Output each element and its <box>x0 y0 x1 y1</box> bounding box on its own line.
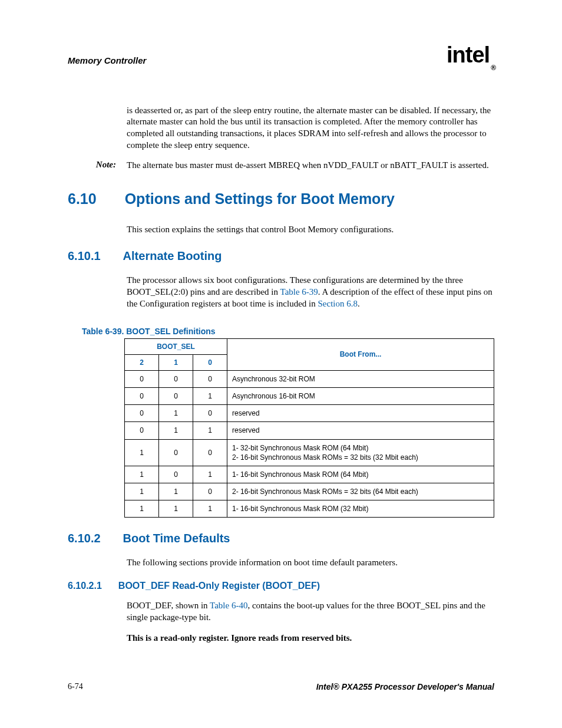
th-col-2: 2 <box>125 354 159 370</box>
page-number: 6-74 <box>68 682 83 691</box>
cell: 1 <box>159 422 193 439</box>
heading-text: Boot Time Defaults <box>123 532 230 545</box>
table-row: 0 1 1 reserved <box>125 422 494 439</box>
heading-6-10-1: 6.10.1 Alternate Booting <box>68 249 494 263</box>
table-row: 1 0 1 1- 16-bit Synchronous Mask ROM (64… <box>125 466 494 483</box>
cell: 1 <box>125 500 159 518</box>
alternate-booting-paragraph: The processor allows six boot configurat… <box>127 275 494 309</box>
cell: Asynchronous 32-bit ROM <box>227 370 494 387</box>
cell: 1- 16-bit Synchronous Mask ROM (32 Mbit) <box>227 500 494 518</box>
table-row: 0 0 0 Asynchronous 32-bit ROM <box>125 370 494 387</box>
cell: 1 <box>159 405 193 422</box>
cell: 1 <box>159 500 193 518</box>
boot-def-paragraph: BOOT_DEF, shown in Table 6-40, contains … <box>127 600 494 624</box>
page-footer: 6-74 Intel® PXA255 Processor Developer's… <box>68 682 494 691</box>
heading-text: Options and Settings for Boot Memory <box>125 190 395 207</box>
link-table-6-39[interactable]: Table 6-39 <box>280 287 318 297</box>
table-row: 1 1 1 1- 16-bit Synchronous Mask ROM (32… <box>125 500 494 518</box>
heading-6-10: 6.10 Options and Settings for Boot Memor… <box>68 190 494 207</box>
section-6-10-intro: This section explains the settings that … <box>127 224 494 236</box>
cell: 1 <box>125 466 159 483</box>
th-bootsel-group: BOOT_SEL <box>125 338 227 354</box>
text: BOOT_DEF, shown in <box>127 601 210 610</box>
text: . <box>358 299 360 308</box>
table-row: 0 0 1 Asynchronous 16-bit ROM <box>125 387 494 404</box>
link-section-6-8[interactable]: Section 6.8 <box>318 299 358 308</box>
heading-6-10-2: 6.10.2 Boot Time Defaults <box>68 532 494 545</box>
note-block: Note: The alternate bus master must de-a… <box>68 160 494 172</box>
heading-number: 6.10.2.1 <box>68 581 102 591</box>
cell: 0 <box>125 370 159 387</box>
cell: 1 <box>193 387 227 404</box>
boot-time-defaults-paragraph: The following sections provide informati… <box>127 557 494 569</box>
logo-registered: ® <box>491 64 495 72</box>
header-section-title: Memory Controller <box>68 55 146 65</box>
note-label: Note: <box>68 160 116 172</box>
table-row: 0 1 0 reserved <box>125 405 494 422</box>
cell: 1 <box>193 466 227 483</box>
boot-sel-table: BOOT_SEL Boot From... 2 1 0 0 0 0 Asynch… <box>124 338 494 518</box>
cell: 1 <box>193 500 227 518</box>
cell: 0 <box>125 387 159 404</box>
heading-6-10-2-1: 6.10.2.1 BOOT_DEF Read-Only Register (BO… <box>68 581 494 591</box>
th-bootfrom: Boot From... <box>227 338 494 370</box>
table-6-39-caption: Table 6-39. BOOT_SEL Definitions <box>82 327 494 336</box>
cell: 1 <box>125 483 159 500</box>
cell: 1- 32-bit Synchronous Mask ROM (64 Mbit)… <box>227 439 494 466</box>
cell: 0 <box>125 405 159 422</box>
cell: 0 <box>159 370 193 387</box>
link-table-6-40[interactable]: Table 6-40 <box>210 601 247 610</box>
cell: 0 <box>159 466 193 483</box>
heading-number: 6.10 <box>68 190 97 207</box>
page: Memory Controller intel® is deasserted o… <box>0 0 562 728</box>
th-col-1: 1 <box>159 354 193 370</box>
page-header: Memory Controller intel® <box>68 47 494 74</box>
manual-title: Intel® PXA255 Processor Developer's Manu… <box>316 682 494 691</box>
cell: 0 <box>193 370 227 387</box>
cell: 1 <box>159 483 193 500</box>
cell: 2- 16-bit Synchronous Mask ROMs = 32 bit… <box>227 483 494 500</box>
th-col-0: 0 <box>193 354 227 370</box>
heading-number: 6.10.1 <box>68 249 101 263</box>
heading-text: BOOT_DEF Read-Only Register (BOOT_DEF) <box>118 581 320 591</box>
note-text: The alternate bus master must de-assert … <box>127 160 494 172</box>
cell: 0 <box>193 483 227 500</box>
cell: 0 <box>159 387 193 404</box>
cell: 0 <box>159 439 193 466</box>
table-body: 0 0 0 Asynchronous 32-bit ROM 0 0 1 Asyn… <box>125 370 494 518</box>
heading-number: 6.10.2 <box>68 532 101 545</box>
heading-text: Alternate Booting <box>123 249 222 263</box>
logo-text: intel <box>447 42 490 67</box>
cell: 1- 16-bit Synchronous Mask ROM (64 Mbit) <box>227 466 494 483</box>
intro-paragraph: is deasserted or, as part of the sleep e… <box>127 105 494 151</box>
cell: 1 <box>193 422 227 439</box>
cell: 0 <box>193 439 227 466</box>
cell: 1 <box>125 439 159 466</box>
cell: 0 <box>125 422 159 439</box>
table-row: 1 1 0 2- 16-bit Synchronous Mask ROMs = … <box>125 483 494 500</box>
boot-def-note-bold: This is a read-only register. Ignore rea… <box>127 633 494 644</box>
table-row: 1 0 0 1- 32-bit Synchronous Mask ROM (64… <box>125 439 494 466</box>
intel-logo: intel® <box>447 42 494 70</box>
cell: Asynchronous 16-bit ROM <box>227 387 494 404</box>
cell: reserved <box>227 405 494 422</box>
cell: 0 <box>193 405 227 422</box>
cell: reserved <box>227 422 494 439</box>
